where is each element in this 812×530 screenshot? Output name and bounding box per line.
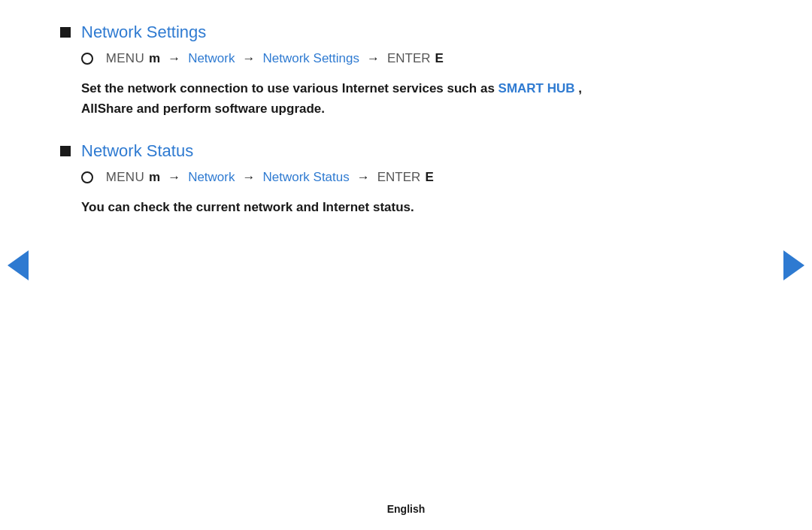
network-settings-nav-path: MENUm → Network → Network Settings → ENT…: [81, 51, 692, 66]
bullet-square-1: [60, 27, 71, 38]
nav-link-network-settings: Network Settings: [262, 51, 359, 66]
network-status-description: You can check the current network and In…: [81, 197, 692, 217]
smart-hub-link: SMART HUB: [498, 81, 575, 95]
nav-arrow-2a: →: [168, 170, 180, 185]
network-status-heading: Network Status: [60, 141, 692, 161]
page-content: Network Settings MENUm → Network → Netwo…: [0, 0, 752, 218]
nav-menu-text-1: MENU: [106, 51, 144, 66]
nav-arrow-2b: →: [242, 170, 255, 185]
nav-arrow-1c: →: [367, 51, 380, 66]
footer: English: [0, 503, 812, 515]
network-status-title: Network Status: [81, 141, 193, 161]
next-arrow-icon[interactable]: [783, 250, 804, 280]
nav-menu-letter-2: m: [149, 170, 160, 185]
nav-arrow-1b: →: [242, 51, 255, 66]
nav-link-network-1: Network: [188, 51, 235, 66]
nav-arrow-2c: →: [357, 170, 370, 185]
nav-enter-text-1: ENTER: [387, 51, 431, 66]
nav-menu-text-2: MENU: [106, 170, 144, 185]
nav-link-network-status: Network Status: [262, 170, 349, 185]
network-status-section: Network Status MENUm → Network → Network…: [60, 141, 692, 217]
network-settings-description: Set the network connection to use variou…: [81, 78, 692, 119]
nav-menu-letter-1: m: [149, 51, 160, 66]
nav-enter-text-2: ENTER: [377, 170, 421, 185]
nav-enter-letter-2: E: [425, 170, 433, 185]
language-label: English: [387, 503, 426, 515]
network-settings-heading: Network Settings: [60, 23, 692, 42]
nav-link-network-2: Network: [188, 170, 235, 185]
prev-arrow-icon[interactable]: [8, 250, 29, 280]
nav-arrow-1a: →: [168, 51, 180, 66]
nav-circle-2: [81, 171, 93, 183]
network-settings-section: Network Settings MENUm → Network → Netwo…: [60, 23, 692, 119]
bullet-square-2: [60, 146, 71, 156]
nav-circle-1: [81, 53, 93, 65]
nav-enter-letter-1: E: [435, 51, 444, 66]
network-status-nav-path: MENUm → Network → Network Status → ENTER…: [81, 170, 692, 185]
network-settings-title: Network Settings: [81, 23, 206, 42]
